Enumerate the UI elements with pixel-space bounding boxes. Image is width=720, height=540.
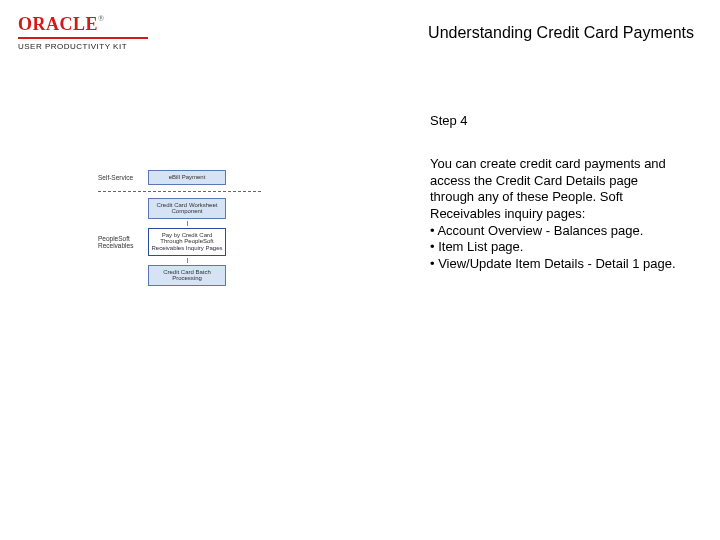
flow-row-1: Self-Service eBill Payment [98, 168, 268, 187]
flow-box-cc-batch: Credit Card Batch Processing [148, 265, 226, 286]
flowchart-thumbnail: Self-Service eBill Payment PeopleSoft Re… [98, 168, 268, 288]
brand-registered: ® [98, 14, 104, 23]
brand-header: ORACLE® USER PRODUCTIVITY KIT [18, 14, 148, 51]
page-title: Understanding Credit Card Payments [428, 24, 694, 42]
flow-box-ebill-payment: eBill Payment [148, 170, 226, 185]
brand-subtitle: USER PRODUCTIVITY KIT [18, 37, 148, 51]
flow-box-cc-worksheet: Credit Card Worksheet Component [148, 198, 226, 219]
flow-connector-1 [187, 221, 188, 226]
body-text: You can create credit card payments and … [430, 156, 685, 272]
body-bullet-1: • Account Overview - Balances page. [430, 223, 685, 240]
flow-section-line1: PeopleSoft [98, 235, 130, 242]
flow-box-pay-by-cc: Pay by Credit Card Through PeopleSoft Re… [148, 228, 226, 256]
body-bullet-2: • Item List page. [430, 239, 685, 256]
brand-name: ORACLE [18, 14, 98, 34]
flow-connector-2 [187, 258, 188, 263]
flow-section-line2: Receivables [98, 242, 133, 249]
body-intro: You can create credit card payments and … [430, 156, 685, 223]
flow-row-2: PeopleSoft Receivables Credit Card Works… [98, 196, 268, 288]
step-label: Step 4 [430, 113, 468, 128]
brand-logo: ORACLE® [18, 14, 148, 35]
flow-section-self-service: Self-Service [98, 174, 148, 181]
flow-divider [98, 191, 261, 192]
body-bullet-3: • View/Update Item Details - Detail 1 pa… [430, 256, 685, 273]
flow-section-peoplesoft: PeopleSoft Receivables [98, 235, 148, 249]
